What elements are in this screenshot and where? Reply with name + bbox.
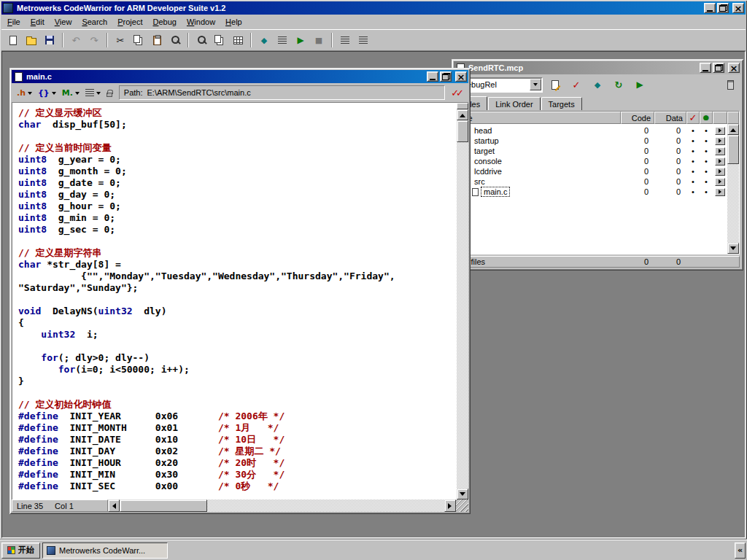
editor-vscrollbar[interactable] <box>457 103 468 499</box>
cut-button[interactable] <box>112 31 129 49</box>
file-popup-button[interactable] <box>715 178 725 186</box>
debugger-button[interactable] <box>722 77 738 93</box>
touch-mark[interactable]: • <box>686 167 700 176</box>
run-button[interactable] <box>292 31 309 49</box>
start-button[interactable]: 开始 <box>1 542 40 559</box>
editor-hscrollbar[interactable] <box>108 499 456 512</box>
file-popup-button[interactable] <box>715 127 725 135</box>
debug-mark[interactable]: • <box>700 157 713 166</box>
stop-button[interactable] <box>310 31 328 49</box>
markers-popup-button[interactable]: M. <box>60 85 82 100</box>
editor-scroll-up-button[interactable] <box>457 109 468 120</box>
file-popup-button[interactable] <box>715 188 725 196</box>
debug-mark[interactable]: • <box>700 177 713 186</box>
file-row-lcddrive[interactable]: lcddrive00•• <box>456 166 727 176</box>
run-button[interactable] <box>632 77 648 93</box>
project-scroll-up-button[interactable] <box>727 124 739 135</box>
column-data[interactable]: Data <box>654 112 686 124</box>
menu-help[interactable]: Help <box>220 15 247 28</box>
braces-popup-button[interactable]: {} <box>36 85 58 100</box>
resize-grip[interactable] <box>456 499 468 512</box>
file-popup-button[interactable] <box>715 137 725 145</box>
editor-hscroll-track[interactable] <box>207 499 444 512</box>
window-minimize-button[interactable] <box>704 3 716 13</box>
copy-button[interactable] <box>130 31 147 49</box>
window-restore-button[interactable] <box>440 71 452 82</box>
editor-scroll-right-button[interactable] <box>444 499 456 512</box>
compare-files-button[interactable] <box>211 31 228 49</box>
menu-window[interactable]: Window <box>182 15 220 28</box>
interface-popup-button[interactable]: .h <box>15 85 34 100</box>
project-vscroll-thumb[interactable] <box>727 135 739 164</box>
project-scroll-down-button[interactable] <box>727 243 739 254</box>
column-debug[interactable] <box>700 112 713 124</box>
functions-popup-button[interactable] <box>83 85 103 100</box>
menu-edit[interactable]: Edit <box>26 15 50 28</box>
menu-search[interactable]: Search <box>77 15 112 28</box>
file-row-startup[interactable]: startup00•• <box>456 136 727 146</box>
debug-mark[interactable]: • <box>700 126 713 135</box>
column-code[interactable]: Code <box>621 112 654 124</box>
editor-titlebar[interactable]: main.c <box>12 70 468 83</box>
undo-button[interactable] <box>67 31 85 49</box>
touch-button[interactable] <box>589 77 605 93</box>
editor-vscroll-track[interactable] <box>457 142 468 489</box>
segments-button[interactable] <box>274 31 291 49</box>
menu-project[interactable]: Project <box>112 15 147 28</box>
project-settings-button[interactable] <box>547 77 563 93</box>
window-restore-button[interactable] <box>713 63 724 73</box>
file-row-src[interactable]: src00•• <box>456 176 727 187</box>
project-titlebar[interactable]: SendRTC.mcp <box>454 61 741 74</box>
window-restore-button[interactable] <box>717 3 729 13</box>
window-close-button[interactable] <box>455 71 467 82</box>
debug-mark[interactable]: • <box>700 187 713 196</box>
column-touch[interactable] <box>686 112 700 124</box>
file-row-head[interactable]: head00•• <box>456 125 727 136</box>
app-titlebar[interactable]: Metrowerks CodeWarrior for ARM Developer… <box>1 1 746 15</box>
window-minimize-button[interactable] <box>427 71 438 82</box>
file-row-main.c[interactable]: main.c00•• <box>456 187 727 197</box>
editor-hscroll-thumb[interactable] <box>120 499 207 512</box>
find-button[interactable] <box>166 31 184 49</box>
code-area[interactable]: // 定义显示缓冲区char disp_buf[50]; // 定义当前时间变量… <box>12 103 457 499</box>
debug-mark[interactable]: • <box>700 136 713 145</box>
new-file-button[interactable] <box>4 31 22 49</box>
window-minimize-button[interactable] <box>700 63 711 73</box>
file-popup-button[interactable] <box>715 168 725 176</box>
editor-vscroll-thumb[interactable] <box>457 120 468 142</box>
paste-button[interactable] <box>148 31 166 49</box>
touch-mark[interactable]: • <box>686 126 700 135</box>
window-close-button[interactable] <box>732 3 744 13</box>
redo-button[interactable] <box>85 31 103 49</box>
synchronize-mod-dates-button[interactable] <box>568 77 584 93</box>
menu-view[interactable]: View <box>50 15 77 28</box>
open-file-button[interactable] <box>23 31 40 49</box>
project-vscrollbar[interactable] <box>727 124 739 254</box>
file-lock-button[interactable] <box>104 85 115 100</box>
class-browser-button[interactable] <box>229 31 247 49</box>
debug-mark[interactable]: • <box>700 167 713 176</box>
new-catalog-button[interactable] <box>255 31 273 49</box>
project-inspector-button[interactable] <box>336 31 354 49</box>
vcs-status-button[interactable] <box>449 88 465 98</box>
file-popup-button[interactable] <box>715 147 725 155</box>
touch-mark[interactable]: • <box>686 177 700 186</box>
bring-up-to-date-button[interactable] <box>611 77 627 93</box>
split-handle[interactable] <box>457 103 468 109</box>
editor-scroll-left-button[interactable] <box>108 499 120 512</box>
touch-mark[interactable]: • <box>686 187 700 196</box>
touch-mark[interactable]: • <box>686 147 700 155</box>
touch-mark[interactable]: • <box>686 136 700 145</box>
target-dropdown-button[interactable] <box>530 79 541 90</box>
file-row-target[interactable]: target00•• <box>456 146 727 156</box>
tab-targets[interactable]: Targets <box>541 97 582 110</box>
message-window-button[interactable] <box>355 31 372 49</box>
window-close-button[interactable] <box>728 63 740 73</box>
taskbar-item-codewarrior[interactable]: Metrowerks CodeWarr... <box>42 542 168 559</box>
file-popup-button[interactable] <box>715 158 725 166</box>
project-vscroll-track[interactable] <box>727 164 739 243</box>
menu-file[interactable]: File <box>2 15 26 28</box>
editor-scroll-down-button[interactable] <box>457 489 468 499</box>
debug-mark[interactable]: • <box>700 147 713 155</box>
save-button[interactable] <box>41 31 58 49</box>
